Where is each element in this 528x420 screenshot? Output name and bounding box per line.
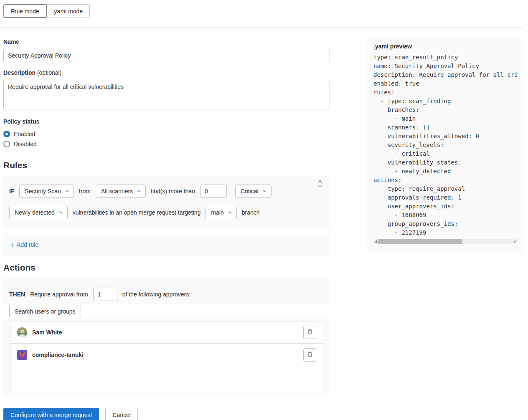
rules-heading: Rules (3, 160, 330, 170)
scrollbar-track[interactable] (378, 239, 513, 244)
if-label: IF (9, 188, 14, 195)
trash-icon (317, 180, 323, 188)
add-rule-button[interactable]: + Add rule (10, 241, 38, 248)
cancel-button[interactable]: Cancel (105, 408, 138, 420)
approver-search-strip: Search users or groups (3, 304, 330, 319)
radio-disabled[interactable]: Disabled (3, 139, 330, 149)
tab-rule-mode[interactable]: Rule mode (3, 4, 47, 18)
yaml-preview-title: .yaml preview (373, 43, 517, 50)
add-rule-strip: + Add rule (3, 233, 330, 256)
chevron-down-icon (58, 209, 63, 216)
edit-mode-toggle: Rule mode .yaml mode (3, 4, 90, 18)
from-label: from (79, 188, 91, 195)
following-approvers-label: of the following approvers: (122, 291, 190, 298)
chevron-down-icon (137, 188, 141, 195)
approver-name: Sam White (32, 329, 62, 336)
approvers-list: Sam White (10, 321, 323, 391)
severity-dropdown[interactable]: Critical (235, 185, 272, 198)
approver-row: Sam White (10, 321, 323, 344)
divider (0, 28, 523, 28)
scroll-left-arrow-icon[interactable] (373, 239, 378, 244)
remove-approver-button[interactable] (303, 326, 316, 339)
plus-icon: + (10, 241, 14, 248)
yaml-code: type: scan_result_policy name: Security … (373, 53, 517, 237)
name-input[interactable] (3, 49, 330, 62)
delete-rule-button[interactable] (315, 179, 325, 189)
rule-card: IF Security Scan from All scanners find(… (3, 176, 330, 229)
approver-row: compliance-tanuki (10, 344, 323, 366)
configure-mr-button[interactable]: Configure with a merge request (3, 408, 99, 420)
yaml-horizontal-scrollbar[interactable] (373, 239, 517, 244)
form-footer: Configure with a merge request Cancel (3, 408, 330, 420)
require-approval-label: Require approval from (30, 291, 88, 298)
description-label: Description (optional) (3, 69, 330, 76)
finds-more-than-label: find(s) more than (151, 188, 195, 195)
branch-label: branch (242, 209, 260, 216)
vulnerabilities-count-input[interactable] (200, 185, 227, 198)
name-label: Name (3, 38, 330, 45)
approver-search-input[interactable]: Search users or groups (9, 305, 81, 318)
scan-type-dropdown[interactable]: Security Scan (19, 185, 74, 198)
rule-condition-row-2: Newly detected vulnerabilities in an ope… (3, 198, 330, 219)
chevron-down-icon (262, 188, 267, 195)
description-optional-hint: (optional) (37, 69, 61, 76)
radio-enabled-label: Enabled (14, 131, 35, 137)
description-textarea[interactable]: Require approval for all critical vulner… (3, 80, 330, 109)
approver-name: compliance-tanuki (32, 352, 84, 358)
tab-yaml-mode[interactable]: .yaml mode (46, 4, 90, 18)
radio-enabled[interactable]: Enabled (3, 129, 330, 139)
policy-status-label: Policy status (3, 118, 330, 125)
policy-editor-page: Rule mode .yaml mode Name Description (o… (0, 0, 528, 420)
user-avatar (17, 327, 27, 337)
scroll-right-arrow-icon[interactable] (513, 239, 517, 244)
trash-icon (307, 329, 313, 336)
actions-heading: Actions (3, 263, 330, 273)
vulnerability-state-dropdown[interactable]: Newly detected (9, 206, 68, 219)
radio-disabled-label: Disabled (14, 141, 36, 147)
branch-dropdown[interactable]: main (206, 206, 236, 219)
group-avatar (17, 350, 27, 360)
chevron-down-icon (65, 188, 69, 195)
yaml-preview-panel: .yaml preview type: scan_result_policy n… (367, 38, 523, 253)
policy-form: Name Description (optional) Require appr… (3, 35, 330, 420)
scrollbar-thumb[interactable] (378, 239, 462, 244)
then-label: THEN (9, 291, 25, 298)
actions-card: THEN Require approval from of the follow… (3, 278, 330, 396)
scanners-dropdown[interactable]: All scanners (96, 185, 146, 198)
chevron-down-icon (228, 209, 232, 216)
rule-condition-row-1: IF Security Scan from All scanners find(… (3, 176, 330, 198)
approvals-required-input[interactable] (93, 288, 117, 301)
radio-disabled-control[interactable] (3, 141, 10, 147)
radio-enabled-control[interactable] (3, 131, 10, 137)
then-row: THEN Require approval from of the follow… (3, 278, 330, 304)
targeting-label: vulnerabilities in an open merge request… (73, 209, 201, 216)
trash-icon (307, 351, 313, 359)
remove-approver-button[interactable] (303, 348, 316, 362)
